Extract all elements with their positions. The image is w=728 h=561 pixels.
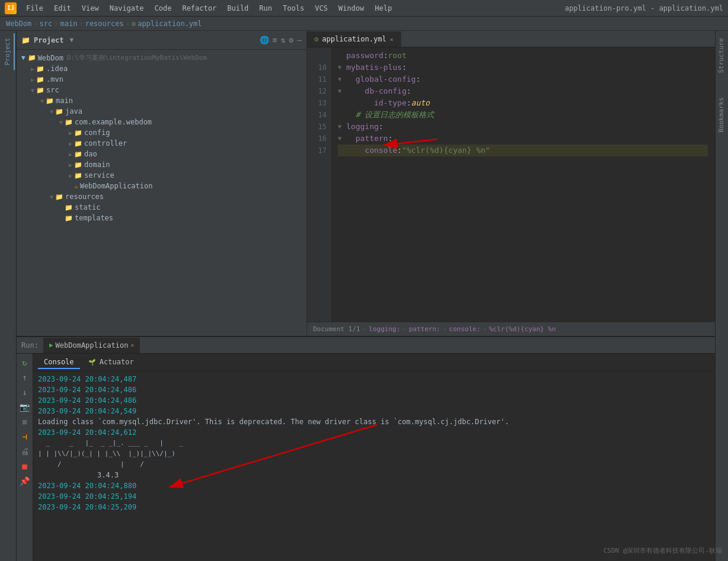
tree-item-package[interactable]: ▼ 📁 com.example.webdom	[17, 117, 306, 127]
menu-tools[interactable]: Tools	[278, 3, 309, 14]
fold-16[interactable]: ▼	[338, 133, 346, 145]
sidebar-sort-icon[interactable]: ⇅	[281, 36, 286, 44]
left-side-tabs: Project	[0, 31, 17, 561]
bottom-panel: Run: ▶ WebDomApplication ✕ ↻ ↑ ↓ 📷 ≡	[17, 336, 715, 561]
pin-btn[interactable]: 📌	[18, 475, 31, 488]
sidebar-settings-icon[interactable]: ⚙	[289, 36, 293, 44]
run-tab-close[interactable]: ✕	[130, 342, 134, 348]
tab-actuator[interactable]: 🌱 Actuator	[82, 356, 140, 369]
tree-item-mvn[interactable]: ▶ 📁 .mvn	[17, 74, 306, 85]
menu-build[interactable]: Build	[222, 3, 253, 14]
tree-label-static: static	[75, 203, 100, 211]
tree-item-app-class[interactable]: ☕ WebDomApplication	[17, 181, 306, 191]
tree-item-idea[interactable]: ▶ 📁 .idea	[17, 63, 306, 74]
tab-console[interactable]: Console	[38, 356, 80, 369]
tree-item-templates[interactable]: 📁 templates	[17, 213, 306, 223]
mybatis-version: 3.4.3	[97, 470, 710, 480]
fold-11[interactable]: ▼	[338, 73, 346, 85]
console-line-4: 2023-09-24 20:04:24,549	[38, 406, 710, 416]
tree-item-controller[interactable]: ▶ 📁 controller	[17, 138, 306, 149]
breadcrumb-src[interactable]: src	[40, 20, 53, 28]
tree-item-resources[interactable]: ▼ 📁 resources	[17, 191, 306, 202]
sidebar-tab-structure[interactable]: Structure	[716, 33, 728, 78]
code-line-password: password: root	[338, 50, 708, 62]
menu-help[interactable]: Help	[370, 3, 397, 14]
camera-btn[interactable]: 📷	[18, 400, 31, 413]
tree-label-resources: resources	[65, 193, 104, 201]
tab-application-yml[interactable]: ⚙ application.yml ✕	[307, 31, 401, 47]
code-line-11: ▼ global-config:	[338, 73, 708, 85]
status-logging: logging:	[369, 325, 400, 333]
import-btn[interactable]: ⊣	[18, 430, 31, 443]
fold-10[interactable]: ▼	[338, 62, 346, 73]
tree-label-mvn: .mvn	[46, 75, 63, 84]
breadcrumb-file: ⚙ application.yml	[132, 20, 202, 28]
menu-code[interactable]: Code	[150, 3, 177, 14]
console-line-1: 2023-09-24 20:04:24,487	[38, 374, 710, 384]
menu-vcs[interactable]: VCS	[310, 3, 333, 14]
editor-pane: ⚙ application.yml ✕ 10 11 12 13 14	[307, 31, 715, 336]
tree-item-domain[interactable]: ▶ 📁 domain	[17, 159, 306, 170]
list-btn[interactable]: ≡	[18, 415, 31, 428]
fold-15[interactable]: ▼	[338, 121, 346, 133]
print-btn[interactable]: 🖨	[18, 445, 31, 458]
console-content[interactable]: 2023-09-24 20:04:24,487 2023-09-24 20:04…	[33, 371, 715, 561]
restart-btn[interactable]: ↻	[18, 356, 31, 369]
stop-btn[interactable]: ■	[18, 460, 31, 473]
sidebar-tab-bookmarks[interactable]: Bookmarks	[716, 92, 728, 137]
menu-view[interactable]: View	[77, 3, 104, 14]
fold-12[interactable]: ▼	[338, 85, 346, 97]
menu-refactor[interactable]: Refactor	[177, 3, 221, 14]
sidebar-header: 📁 Project ▼ 🌐 ≡ ⇅ ⚙ —	[17, 31, 306, 50]
folder-icon-dao: 📁	[74, 150, 82, 158]
code-line-12: ▼ db-config:	[338, 85, 708, 97]
tree-item-config[interactable]: ▶ 📁 config	[17, 127, 306, 138]
console-line-8: 2023-09-24 20:04:25,209	[38, 502, 710, 512]
tree-item-src[interactable]: ▼ 📁 src	[17, 85, 306, 95]
tree-item-main[interactable]: ▼ 📁 main	[17, 95, 306, 106]
console-line-6: 2023-09-24 20:04:24,880	[38, 480, 710, 491]
document-status: Document 1/1	[313, 325, 360, 333]
scroll-down-btn[interactable]: ↓	[18, 386, 31, 399]
menu-file[interactable]: File	[21, 3, 48, 14]
sidebar-globe-icon[interactable]: 🌐	[260, 36, 269, 44]
tree-label-controller: controller	[84, 139, 127, 148]
console-line-7: 2023-09-24 20:04:25,194	[38, 491, 710, 502]
editor-and-sidebar: 📁 Project ▼ 🌐 ≡ ⇅ ⚙ —	[17, 31, 715, 336]
code-area: 10 11 12 13 14 15 16 17	[307, 47, 715, 322]
sidebar-tab-project[interactable]: Project	[1, 33, 15, 70]
run-app-name: WebDomApplication	[56, 341, 129, 350]
run-label: Run:	[21, 341, 39, 350]
status-bar-editor: Document 1/1 › logging: › pattern: › con…	[307, 322, 715, 336]
menu-window[interactable]: Window	[334, 3, 369, 14]
tree-item-java[interactable]: ▼ 📁 java	[17, 106, 306, 117]
menu-navigate[interactable]: Navigate	[105, 3, 149, 14]
tree-label-dao: dao	[84, 150, 97, 158]
folder-icon-static: 📁	[65, 204, 73, 211]
folder-icon-mvn: 📁	[36, 76, 44, 84]
tree-label-webdom: WebDom	[38, 54, 63, 62]
console-side-toolbar: ↻ ↑ ↓ 📷 ≡ ⊣ 🖨 ■ 📌	[17, 354, 33, 561]
folder-icon-resources: 📁	[55, 193, 63, 201]
console-line-warn: Loading class `com.mysql.jdbc.Driver'. T…	[38, 416, 710, 427]
watermark: CSDN @深圳市有德者科技有限公司-耿瑞	[604, 546, 722, 555]
tree-item-static[interactable]: 📁 static	[17, 202, 306, 213]
folder-icon-main: 📁	[46, 97, 54, 105]
tree-label-java: java	[65, 107, 82, 116]
sidebar-close-icon[interactable]: —	[297, 36, 302, 44]
tree-root-webdom[interactable]: ▼ 📁 WebDom D:\学习案例\integrationMyBatis\We…	[17, 52, 306, 63]
breadcrumb-main[interactable]: main	[60, 20, 78, 28]
tab-label: application.yml	[322, 35, 386, 43]
breadcrumb-webdom[interactable]: WebDom	[6, 20, 31, 28]
tree-item-dao[interactable]: ▶ 📁 dao	[17, 149, 306, 159]
run-tab-app[interactable]: ▶ WebDomApplication ✕	[43, 338, 140, 353]
tab-close-btn[interactable]: ✕	[390, 36, 394, 43]
tree-item-service[interactable]: ▶ 📁 service	[17, 170, 306, 181]
sidebar-list-icon[interactable]: ≡	[273, 36, 277, 44]
menu-run[interactable]: Run	[254, 3, 277, 14]
menu-edit[interactable]: Edit	[49, 3, 76, 14]
scroll-up-btn[interactable]: ↑	[18, 371, 31, 384]
code-content[interactable]: password: root ▼ mybatis-plus: ▼ global-…	[331, 47, 715, 322]
breadcrumb-resources[interactable]: resources	[85, 20, 124, 28]
code-line-10: ▼ mybatis-plus:	[338, 62, 708, 73]
